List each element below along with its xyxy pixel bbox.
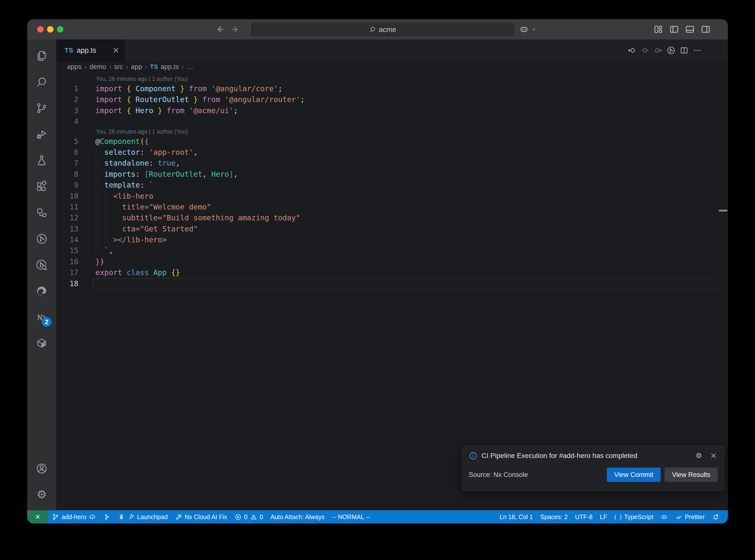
notification-title: CI Pipeline Execution for #add-hero has …: [481, 452, 688, 460]
statusbar-auto-attach[interactable]: Auto Attach: Always: [267, 510, 329, 523]
more-actions-icon[interactable]: [693, 46, 702, 55]
code-text: cta="Get Started": [95, 223, 198, 234]
activity-commit-graph-search[interactable]: [30, 252, 54, 278]
toggle-panel-right-icon[interactable]: [700, 24, 711, 35]
forward-arrow-icon[interactable]: [231, 25, 240, 34]
code-line[interactable]: 9 template: `: [56, 180, 728, 191]
activity-accounts[interactable]: [30, 456, 54, 482]
code-line[interactable]: 4: [56, 116, 728, 127]
tab-app-ts[interactable]: TS app.ts: [56, 39, 125, 61]
activity-containers[interactable]: [30, 330, 54, 356]
info-icon: [469, 451, 478, 460]
statusbar-copilot-status[interactable]: [657, 510, 671, 523]
code-line[interactable]: 12 subtitle="Build something amazing tod…: [56, 213, 728, 223]
breadcrumb-label: app.ts: [160, 63, 179, 71]
activity-explorer[interactable]: [30, 43, 54, 69]
statusbar-prettier[interactable]: Prettier: [671, 510, 709, 523]
breadcrumb-item[interactable]: TSapp.ts: [150, 63, 179, 71]
code-text: template: `: [95, 180, 153, 191]
activity-source-control[interactable]: [30, 95, 54, 121]
activity-workspace-structure[interactable]: [30, 200, 54, 226]
activity-testing[interactable]: [30, 147, 54, 174]
statusbar-language-mode[interactable]: { }TypeScript: [611, 510, 657, 523]
remote-indicator[interactable]: [27, 510, 48, 523]
activity-nx-console[interactable]: 2: [30, 304, 54, 330]
code-line[interactable]: 18: [56, 278, 728, 289]
statusbar-vim-mode[interactable]: -- NORMAL --: [328, 510, 373, 523]
code-line[interactable]: 15 `,: [56, 245, 728, 256]
activity-commit-graph[interactable]: [30, 226, 54, 252]
toggle-panel-left-icon[interactable]: [669, 24, 679, 35]
activity-settings[interactable]: ⚙: [30, 482, 54, 508]
minimize-window-button[interactable]: [47, 26, 54, 33]
code-editor[interactable]: You, 26 minutes ago | 1 author (You)1imp…: [56, 73, 728, 289]
statusbar-commit-graph-status[interactable]: [100, 510, 114, 523]
close-window-button[interactable]: [37, 26, 44, 33]
statusbar-label: 0: [260, 514, 263, 521]
commit-graph-sm-icon[interactable]: [667, 46, 676, 55]
code-text: `,: [95, 245, 113, 256]
statusbar-eol[interactable]: LF: [596, 510, 611, 523]
code-line[interactable]: 14 ></lib-hero>: [56, 234, 728, 245]
activity-search[interactable]: [30, 69, 54, 95]
breadcrumb-item[interactable]: demo: [90, 63, 106, 71]
notification-settings-gear-icon[interactable]: ⚙: [695, 452, 703, 460]
toggle-panel-bottom-icon[interactable]: [684, 24, 695, 35]
layout-customize-icon[interactable]: [653, 24, 664, 35]
code-text: <lib-hero: [95, 191, 153, 202]
breadcrumb-item[interactable]: apps: [67, 63, 82, 71]
tab-bar: TS app.ts: [56, 39, 728, 61]
cube-icon: [36, 337, 48, 349]
split-editor-icon[interactable]: [679, 46, 689, 55]
nav-dot-icon[interactable]: [640, 46, 650, 55]
code-line[interactable]: 11 title="Welcmoe demo": [56, 202, 728, 213]
view-commit-button[interactable]: View Commit: [607, 467, 661, 482]
code-line[interactable]: 17export class App {}: [56, 267, 728, 278]
code-line[interactable]: 1import { Component } from '@angular/cor…: [56, 83, 728, 94]
code-line[interactable]: 8 imports: [RouterOutlet, Hero],: [56, 169, 728, 180]
breadcrumb-item[interactable]: …: [187, 63, 193, 71]
view-results-button[interactable]: View Results: [664, 467, 718, 482]
line-number: 17: [56, 267, 78, 278]
code-line[interactable]: 13 cta="Get Started": [56, 223, 728, 234]
command-center-search[interactable]: acme: [250, 22, 515, 37]
statusbar-git-branch[interactable]: add-hero: [48, 510, 100, 523]
window-controls: [37, 26, 63, 33]
close-tab-icon[interactable]: [112, 46, 120, 55]
statusbar-indentation[interactable]: Spaces: 2: [537, 510, 571, 523]
statusbar-label: TypeScript: [624, 514, 653, 521]
zoom-window-button[interactable]: [57, 26, 63, 33]
code-line[interactable]: 2import { RouterOutlet } from '@angular/…: [56, 94, 728, 105]
breadcrumb-item[interactable]: src: [114, 63, 123, 71]
activity-extensions[interactable]: [30, 174, 54, 200]
statusbar-encoding[interactable]: UTF-8: [571, 510, 596, 523]
beaker-icon: [36, 154, 48, 167]
statusbar-label: Auto Attach: Always: [271, 514, 325, 521]
code-line[interactable]: 7 standalone: true,: [56, 158, 728, 168]
copilot-menu[interactable]: [519, 19, 537, 39]
activity-bar: 2 ⚙: [27, 39, 56, 510]
breadcrumb-item[interactable]: app: [131, 63, 142, 71]
editor-toolbar: [627, 39, 702, 61]
code-line[interactable]: 3import { Hero } from '@acme/ui';: [56, 105, 728, 116]
nav-back-icon[interactable]: [627, 46, 636, 55]
notification-close-icon[interactable]: [709, 452, 718, 460]
statusbar-problems[interactable]: 00: [231, 510, 267, 523]
code-line[interactable]: 10 <lib-hero: [56, 191, 728, 202]
statusbar-nx-cloud-ai-fix[interactable]: Nx Cloud AI Fix: [171, 510, 231, 523]
code-text: standalone: true,: [95, 158, 180, 168]
edge-icon: [36, 285, 48, 297]
statusbar-notifications-bell[interactable]: [709, 510, 723, 523]
code-line[interactable]: 6 selector: 'app-root',: [56, 147, 728, 158]
activity-edge-devtools[interactable]: [30, 278, 54, 304]
statusbar-gitlens-launchpad[interactable]: Launchpad: [114, 510, 171, 523]
activity-run-debug[interactable]: [30, 121, 54, 147]
git-blame-annotation: You, 26 minutes ago | 1 author (You): [56, 75, 728, 83]
code-line[interactable]: 16}): [56, 256, 728, 267]
code-line[interactable]: 5@Component({: [56, 136, 728, 147]
back-arrow-icon[interactable]: [215, 25, 224, 34]
statusbar-cursor-position[interactable]: Ln 18, Col 1: [496, 510, 537, 523]
plug-icon: [127, 514, 135, 521]
scm-icon: [36, 102, 48, 114]
nav-forward-icon[interactable]: [653, 46, 662, 55]
